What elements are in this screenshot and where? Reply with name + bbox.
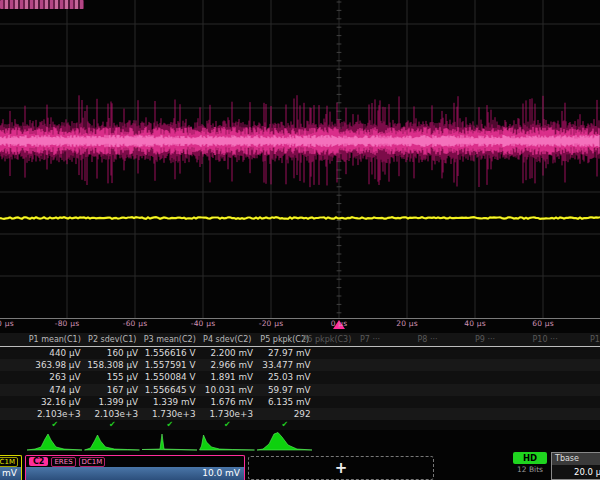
- meas-value-cell: 1.676 mV: [199, 396, 257, 408]
- status-check-icon: ✔: [26, 420, 84, 430]
- measurement-table: P1 mean(C1)P2 sdev(C1)P3 mean(C2)P4 sdev…: [0, 333, 600, 430]
- time-axis: -100 μs-80 μs-60 μs-40 μs-20 μs0 μs20 μs…: [0, 319, 600, 332]
- histicon-shape: [27, 434, 82, 450]
- param-header-p10[interactable]: P10 ···: [531, 333, 589, 346]
- oscilloscope-screen: -100 μs-80 μs-60 μs-40 μs-20 μs0 μs20 μs…: [0, 0, 600, 480]
- time-axis-label: 40 μs: [464, 319, 486, 328]
- meas-value-cell: 1.730e+3: [199, 408, 257, 420]
- param-header-p4[interactable]: P4 sdev(C2): [199, 333, 257, 346]
- hd-mode-badge[interactable]: HD: [513, 452, 547, 464]
- cropped-top-text: [0, 0, 84, 9]
- time-axis-label: 60 μs: [532, 319, 554, 328]
- status-check-icon: ✔: [84, 420, 142, 430]
- time-axis-label: -60 μs: [123, 319, 148, 328]
- meas-value-cell: 1.891 mV: [199, 371, 257, 383]
- measurement-row: 363.98 μV158.308 μV1.557591 V2.966 mV33.…: [0, 359, 600, 371]
- histicon-shape: [200, 435, 255, 450]
- measurement-header-row: P1 mean(C1)P2 sdev(C1)P3 mean(C2)P4 sdev…: [0, 333, 600, 346]
- param-header-p3[interactable]: P3 mean(C2): [141, 333, 199, 346]
- meas-value-cell: 1.557591 V: [141, 359, 199, 371]
- meas-value-cell: 167 μV: [84, 384, 142, 396]
- histicon-p5[interactable]: [257, 433, 312, 451]
- meas-value-cell: 263 μV: [26, 371, 84, 383]
- c1-coupling-badge: DC1M: [0, 457, 18, 467]
- meas-value-cell: 292: [256, 408, 314, 420]
- time-axis-label: 20 μs: [396, 319, 418, 328]
- descriptor-bar: DC1M 10.0 mV C2 ERES DC1M 10.0 mV + HD 1…: [0, 455, 600, 480]
- measurement-row: 474 μV167 μV1.556645 V10.031 mV59.97 mV: [0, 384, 600, 396]
- c2-trace-hot[interactable]: [0, 135, 599, 147]
- time-axis-label: 0 μs: [331, 319, 348, 328]
- measurement-row: 263 μV155 μV1.550084 V1.891 mV25.03 mV: [0, 371, 600, 383]
- meas-value-cell: 1.556645 V: [141, 384, 199, 396]
- channel-c1-descriptor[interactable]: DC1M 10.0 mV: [0, 455, 22, 480]
- plus-icon: +: [335, 461, 348, 476]
- meas-value-cell: 2.103e+3: [84, 408, 142, 420]
- param-header-p9[interactable]: P9 ···: [473, 333, 531, 346]
- measurement-row: 440 μV160 μV1.556616 V2.200 mV27.97 mV: [0, 347, 600, 359]
- c2-channel-tag[interactable]: C2: [29, 457, 48, 466]
- measurement-status-row: ✔✔✔✔✔: [0, 420, 600, 430]
- param-header-p8[interactable]: P8 ···: [416, 333, 474, 346]
- meas-value-cell: 27.97 mV: [256, 347, 314, 359]
- param-header-p7[interactable]: P7 ···: [358, 333, 416, 346]
- meas-value-cell: 160 μV: [84, 347, 142, 359]
- meas-value-cell: 1.550084 V: [141, 371, 199, 383]
- channel-c2-descriptor[interactable]: C2 ERES DC1M 10.0 mV: [25, 455, 245, 480]
- timebase-title: Tbase: [552, 453, 600, 465]
- c2-coupling-badge: DC1M: [79, 457, 106, 467]
- timebase-descriptor[interactable]: Tbase 20.0 μ: [551, 452, 600, 480]
- histicon-strip: [0, 431, 600, 452]
- time-axis-label: -40 μs: [191, 319, 216, 328]
- waveform-display[interactable]: [0, 0, 600, 332]
- meas-value-cell: 440 μV: [26, 347, 84, 359]
- histicon-shape: [257, 433, 312, 451]
- param-header-p6[interactable]: P6 pkpk(C3): [301, 333, 359, 346]
- c1-badge-row: DC1M: [0, 456, 21, 467]
- resolution-bits-label: 12 Bits: [513, 465, 547, 474]
- add-trace-button[interactable]: +: [248, 456, 434, 480]
- time-axis-label: -80 μs: [55, 319, 80, 328]
- timebase-scale-value: 20.0 μ: [552, 465, 600, 479]
- status-check-icon: ✔: [141, 420, 199, 430]
- c1-scale-value[interactable]: 10.0 mV: [0, 467, 21, 480]
- meas-value-cell: 363.98 μV: [26, 359, 84, 371]
- meas-value-cell: 474 μV: [26, 384, 84, 396]
- histicon-shape: [85, 435, 140, 450]
- meas-value-cell: 1.339 mV: [141, 396, 199, 408]
- measurement-row: 2.103e+32.103e+31.730e+31.730e+3292: [0, 408, 600, 420]
- param-header-p2[interactable]: P2 sdev(C1): [84, 333, 142, 346]
- param-header-p1[interactable]: P1 mean(C1): [26, 333, 84, 346]
- meas-value-cell: 6.135 mV: [256, 396, 314, 408]
- meas-value-cell: 33.477 mV: [256, 359, 314, 371]
- meas-value-cell: 2.103e+3: [26, 408, 84, 420]
- meas-value-cell: 32.16 μV: [26, 396, 84, 408]
- meas-value-cell: 155 μV: [84, 371, 142, 383]
- meas-value-cell: 1.730e+3: [141, 408, 199, 420]
- histicon-p3[interactable]: [142, 434, 197, 450]
- meas-value-cell: 1.399 μV: [84, 396, 142, 408]
- param-header-p11[interactable]: P11: [588, 333, 600, 346]
- c2-eres-badge: ERES: [51, 457, 75, 467]
- meas-value-cell: 10.031 mV: [199, 384, 257, 396]
- time-axis-label: -100 μs: [0, 319, 14, 328]
- meas-value-cell: 2.200 mV: [199, 347, 257, 359]
- histicon-shape: [142, 434, 197, 450]
- histicon-p4[interactable]: [200, 435, 255, 450]
- meas-value-cell: 59.97 mV: [256, 384, 314, 396]
- measurement-values: 440 μV160 μV1.556616 V2.200 mV27.97 mV36…: [0, 347, 600, 420]
- meas-value-cell: 1.556616 V: [141, 347, 199, 359]
- measurement-row: 32.16 μV1.399 μV1.339 mV1.676 mV6.135 mV: [0, 396, 600, 408]
- status-check-icon: ✔: [256, 420, 314, 430]
- acquisition-status[interactable]: HD 12 Bits: [513, 452, 547, 474]
- c2-badge-row: C2 ERES DC1M: [26, 456, 244, 467]
- graticule-area[interactable]: -100 μs-80 μs-60 μs-40 μs-20 μs0 μs20 μs…: [0, 0, 600, 332]
- meas-value-cell: 2.966 mV: [199, 359, 257, 371]
- c2-scale-value[interactable]: 10.0 mV: [26, 467, 244, 480]
- time-axis-label: -20 μs: [259, 319, 284, 328]
- histicon-p2[interactable]: [85, 435, 140, 450]
- status-check-icon: ✔: [199, 420, 257, 430]
- histicon-p1[interactable]: [27, 434, 82, 450]
- meas-value-cell: 25.03 mV: [256, 371, 314, 383]
- meas-value-cell: 158.308 μV: [84, 359, 142, 371]
